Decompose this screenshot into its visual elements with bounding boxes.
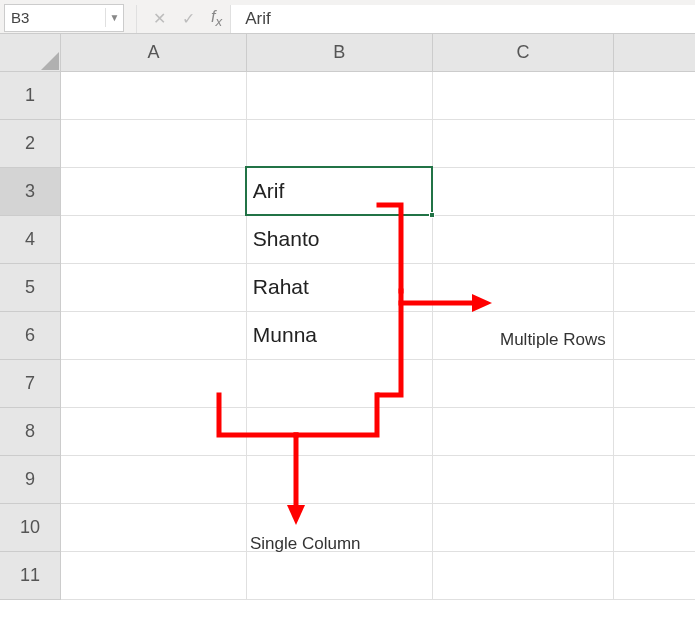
- cell-A1[interactable]: [60, 71, 246, 119]
- row-header-9[interactable]: 9: [0, 455, 60, 503]
- worksheet: A B C D 1 2 3Arif 4Shanto 5Rahat 6Munna …: [0, 34, 695, 600]
- formula-input-value: Arif: [245, 9, 271, 29]
- cell-A6[interactable]: [60, 311, 246, 359]
- cell-A7[interactable]: [60, 359, 246, 407]
- cell-C7[interactable]: [432, 359, 613, 407]
- cell-B6[interactable]: Munna: [246, 311, 432, 359]
- formula-bar-controls: ✕ ✓ fx: [145, 8, 230, 29]
- cell-D4[interactable]: [614, 215, 695, 263]
- row-header-10[interactable]: 10: [0, 503, 60, 551]
- cell-B5[interactable]: Rahat: [246, 263, 432, 311]
- cell-value: Munna: [253, 323, 317, 346]
- cell-A8[interactable]: [60, 407, 246, 455]
- cancel-icon[interactable]: ✕: [153, 9, 166, 28]
- grid[interactable]: A B C D 1 2 3Arif 4Shanto 5Rahat 6Munna …: [0, 34, 695, 600]
- name-box-dropdown-icon[interactable]: ▼: [105, 8, 123, 27]
- cell-D9[interactable]: [614, 455, 695, 503]
- cell-D10[interactable]: [614, 503, 695, 551]
- cell-B2[interactable]: [246, 119, 432, 167]
- row-header-1[interactable]: 1: [0, 71, 60, 119]
- cell-B3[interactable]: Arif: [246, 167, 432, 215]
- select-all-corner[interactable]: [0, 34, 60, 71]
- column-header-B[interactable]: B: [246, 34, 432, 71]
- cell-value: Rahat: [253, 275, 309, 298]
- cell-value: Shanto: [253, 227, 320, 250]
- cell-D11[interactable]: [614, 551, 695, 599]
- cell-C8[interactable]: [432, 407, 613, 455]
- cell-A5[interactable]: [60, 263, 246, 311]
- cell-A4[interactable]: [60, 215, 246, 263]
- cell-B8[interactable]: [246, 407, 432, 455]
- cell-C2[interactable]: [432, 119, 613, 167]
- annotation-multiple-rows: Multiple Rows: [500, 330, 606, 350]
- cell-D8[interactable]: [614, 407, 695, 455]
- cell-C3[interactable]: [432, 167, 613, 215]
- cell-C1[interactable]: [432, 71, 613, 119]
- row-header-11[interactable]: 11: [0, 551, 60, 599]
- cell-C9[interactable]: [432, 455, 613, 503]
- row-header-2[interactable]: 2: [0, 119, 60, 167]
- fx-icon[interactable]: fx: [211, 8, 222, 29]
- row-header-5[interactable]: 5: [0, 263, 60, 311]
- name-box-value: B3: [11, 9, 29, 26]
- cell-B9[interactable]: [246, 455, 432, 503]
- formula-input[interactable]: Arif: [230, 5, 695, 33]
- cell-value: Arif: [253, 179, 285, 202]
- cell-D5[interactable]: [614, 263, 695, 311]
- cell-D2[interactable]: [614, 119, 695, 167]
- name-box[interactable]: B3 ▼: [4, 4, 124, 32]
- divider: [136, 5, 137, 33]
- cell-B7[interactable]: [246, 359, 432, 407]
- cell-D7[interactable]: [614, 359, 695, 407]
- row-header-3[interactable]: 3: [0, 167, 60, 215]
- annotation-single-column: Single Column: [250, 534, 361, 554]
- column-header-A[interactable]: A: [60, 34, 246, 71]
- row-header-7[interactable]: 7: [0, 359, 60, 407]
- cell-A9[interactable]: [60, 455, 246, 503]
- cell-C4[interactable]: [432, 215, 613, 263]
- cell-A10[interactable]: [60, 503, 246, 551]
- cell-A11[interactable]: [60, 551, 246, 599]
- cell-B4[interactable]: Shanto: [246, 215, 432, 263]
- cell-C5[interactable]: [432, 263, 613, 311]
- cell-A3[interactable]: [60, 167, 246, 215]
- row-header-6[interactable]: 6: [0, 311, 60, 359]
- row-header-4[interactable]: 4: [0, 215, 60, 263]
- cell-D3[interactable]: [614, 167, 695, 215]
- svg-marker-0: [41, 52, 59, 70]
- cell-C10[interactable]: [432, 503, 613, 551]
- cell-D1[interactable]: [614, 71, 695, 119]
- cell-B1[interactable]: [246, 71, 432, 119]
- formula-bar: B3 ▼ ✕ ✓ fx Arif: [0, 0, 695, 34]
- cell-D6[interactable]: [614, 311, 695, 359]
- cell-B11[interactable]: [246, 551, 432, 599]
- column-header-C[interactable]: C: [432, 34, 613, 71]
- cell-C11[interactable]: [432, 551, 613, 599]
- column-header-D[interactable]: D: [614, 34, 695, 71]
- enter-icon[interactable]: ✓: [182, 9, 195, 28]
- select-all-icon: [41, 52, 59, 70]
- row-header-8[interactable]: 8: [0, 407, 60, 455]
- cell-A2[interactable]: [60, 119, 246, 167]
